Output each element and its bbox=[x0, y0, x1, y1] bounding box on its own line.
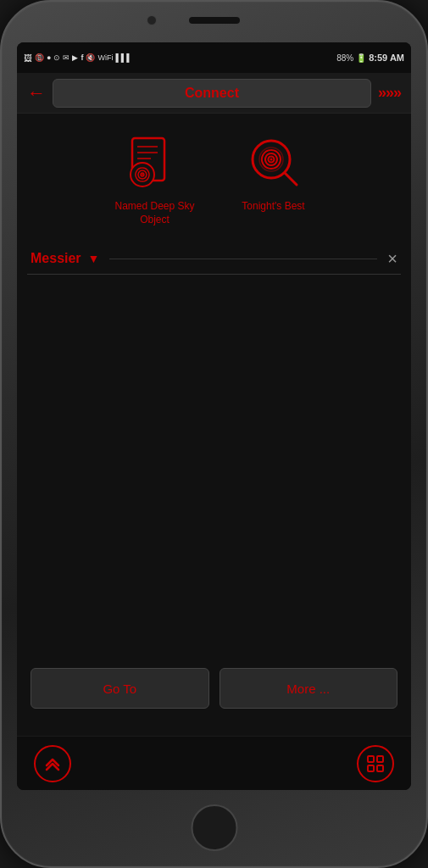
grid-menu-button[interactable] bbox=[357, 745, 394, 782]
battery-percentage: 88% bbox=[336, 53, 353, 63]
wifi-icon: WiFi bbox=[97, 53, 113, 62]
tonights-best-item[interactable]: Tonight's Best bbox=[223, 134, 325, 226]
battery-icon: 🔋 bbox=[356, 53, 366, 63]
more-nav-button[interactable]: »»» bbox=[378, 84, 401, 102]
tonights-best-icon bbox=[244, 134, 303, 193]
more-button[interactable]: More ... bbox=[220, 668, 398, 709]
camera bbox=[147, 15, 157, 25]
signal-bars-icon: ▌▌▌ bbox=[115, 53, 131, 62]
connect-button[interactable]: Connect bbox=[53, 79, 371, 108]
connect-label: Connect bbox=[185, 86, 239, 101]
dropdown-row: Messier ▼ × bbox=[27, 240, 401, 275]
clock-icon: ⊙ bbox=[53, 53, 60, 62]
action-buttons: Go To More ... bbox=[27, 661, 401, 722]
svg-line-7 bbox=[285, 173, 297, 185]
facebook-icon: f bbox=[81, 53, 83, 62]
status-right-icons: 88% 🔋 8:59 AM bbox=[336, 53, 404, 63]
email-icon: ✉ bbox=[63, 53, 69, 62]
grid-icon bbox=[366, 754, 385, 773]
goto-button[interactable]: Go To bbox=[31, 668, 209, 709]
named-deep-sky-icon bbox=[125, 134, 185, 193]
dropdown-line bbox=[109, 259, 377, 259]
more-label: More ... bbox=[286, 682, 330, 696]
svg-point-5 bbox=[142, 174, 143, 175]
status-time: 8:59 AM bbox=[369, 53, 404, 63]
content-spacer bbox=[27, 275, 401, 661]
named-deep-sky-label: Named Deep Sky Object bbox=[104, 200, 206, 226]
back-button[interactable]: ← bbox=[27, 82, 46, 104]
home-button[interactable] bbox=[191, 804, 237, 851]
whatsapp-icon: ● bbox=[47, 53, 51, 62]
screen: 🖼 📵 ● ⊙ ✉ ▶ f 🔇 WiFi ▌▌▌ 88% 🔋 8:59 AM ←… bbox=[17, 42, 411, 790]
named-deep-sky-item[interactable]: Named Deep Sky Object bbox=[104, 134, 206, 226]
top-nav: ← Connect »»» bbox=[17, 73, 411, 114]
main-content: Named Deep Sky Object T bbox=[17, 114, 411, 736]
status-left-icons: 🖼 📵 ● ⊙ ✉ ▶ f 🔇 WiFi ▌▌▌ bbox=[24, 53, 132, 63]
svg-point-9 bbox=[270, 159, 272, 161]
dropdown-clear-button[interactable]: × bbox=[387, 250, 397, 267]
dropdown-arrow[interactable]: ▼ bbox=[88, 252, 100, 265]
phone-frame: 🖼 📵 ● ⊙ ✉ ▶ f 🔇 WiFi ▌▌▌ 88% 🔋 8:59 AM ←… bbox=[0, 0, 428, 868]
signal-icon: 📵 bbox=[35, 53, 44, 62]
status-bar: 🖼 📵 ● ⊙ ✉ ▶ f 🔇 WiFi ▌▌▌ 88% 🔋 8:59 AM bbox=[17, 42, 411, 73]
bottom-bar bbox=[17, 736, 411, 790]
svg-rect-12 bbox=[368, 765, 374, 771]
chevrons-up-icon bbox=[43, 754, 62, 773]
image-icon: 🖼 bbox=[24, 53, 32, 63]
dropdown-selected[interactable]: Messier bbox=[31, 251, 81, 266]
play-icon: ▶ bbox=[72, 53, 78, 62]
tonights-best-label: Tonight's Best bbox=[242, 200, 304, 214]
goto-label: Go To bbox=[103, 682, 136, 696]
icon-grid: Named Deep Sky Object T bbox=[27, 127, 401, 240]
speaker bbox=[189, 17, 240, 24]
svg-rect-11 bbox=[377, 756, 383, 762]
scroll-up-button[interactable] bbox=[34, 745, 71, 782]
mute-icon: 🔇 bbox=[86, 53, 95, 62]
svg-rect-10 bbox=[368, 756, 374, 762]
svg-rect-13 bbox=[377, 765, 383, 771]
